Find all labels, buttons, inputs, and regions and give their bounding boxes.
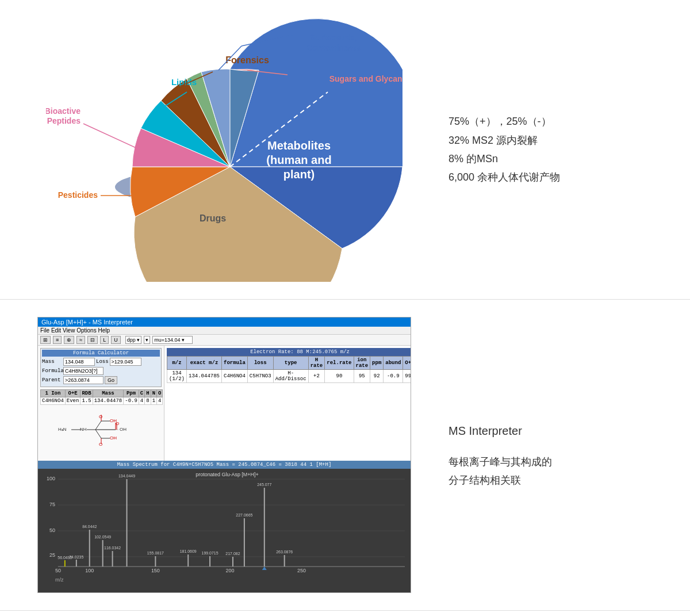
svg-text:O: O	[99, 442, 102, 447]
results-header-row: m/z exact m/z formula loss type H rate r…	[167, 357, 412, 370]
rd-ion: 95	[354, 370, 370, 383]
ion-n: 1	[151, 397, 156, 405]
rh-type: type	[273, 357, 308, 370]
ion-mass: 134.04478	[93, 397, 124, 405]
rh-mz: m/z	[167, 357, 187, 370]
toolbar-btn-3[interactable]: ⊕	[64, 336, 74, 344]
stat-1: 75%（+），25%（-）	[448, 112, 644, 131]
svg-text:(human and: (human and	[266, 154, 331, 166]
svg-text:Drugs: Drugs	[200, 213, 226, 223]
svg-text:263.0876: 263.0876	[276, 550, 293, 554]
parent-btn[interactable]: Go	[105, 376, 117, 384]
rh-loss: loss	[247, 357, 273, 370]
ms-interpreter-window[interactable]: Glu-Asp [M+H]+ - MS Interpreter File Edi…	[37, 317, 411, 593]
ms-menubar[interactable]: File Edit View Options Help	[38, 327, 411, 335]
svg-marker-82	[262, 567, 267, 570]
rd-h: +2	[308, 370, 325, 383]
rd-ion2: 92	[370, 370, 384, 383]
pie-container: Metabolites (human and plant) Drugs Pest…	[46, 17, 402, 282]
rh-h: H rate	[308, 357, 325, 370]
col-h: H	[145, 390, 151, 397]
svg-text:200: 200	[225, 568, 234, 573]
svg-text:Forensics: Forensics	[225, 55, 269, 65]
ms-toolbar[interactable]: ⊞ ≡ ⊕ ≈ ⊟ L U dpp ▾ ▾ mu=134.04 ▾	[38, 335, 411, 346]
ion-table: 1 Ion O+E RDB Mass Ppm C H N O C4H6NO4	[40, 389, 163, 405]
formula-calculator: Formula Calculator Mass Loss Formula	[40, 348, 162, 387]
spectrum-title-text: Mass Spectrum for C4H9N+C5H7NO5 Mass = 2…	[117, 462, 332, 468]
toolbar-btn-6[interactable]: L	[100, 336, 109, 344]
svg-text:Peptides: Peptides	[47, 116, 81, 125]
parent-input[interactable]	[63, 376, 103, 384]
ion-formula: C4H6NO4	[41, 397, 66, 405]
svg-text:100: 100	[85, 568, 94, 573]
section-2-description: MS Interpreter 每根离子峰与其构成的 分子结构相关联	[425, 317, 667, 593]
ms-menu-text[interactable]: File Edit View Options Help	[40, 327, 110, 334]
dpp-selector[interactable]: dpp ▾	[125, 336, 142, 344]
loss-input[interactable]	[110, 358, 141, 366]
rd-rel: 90	[325, 370, 354, 383]
col-oe: O+E	[65, 390, 80, 397]
formula-label: Formula	[42, 368, 62, 374]
parent-row: Parent Go	[42, 376, 160, 384]
toolbar-btn-2[interactable]: ≡	[53, 336, 62, 344]
toolbar-btn-4[interactable]: ≈	[76, 336, 85, 344]
svg-text:155.0817: 155.0817	[147, 551, 164, 555]
mz-input[interactable]: mu=134.04 ▾	[152, 336, 193, 344]
svg-text:102.0549: 102.0549	[94, 535, 111, 539]
col-rdb: RDB	[80, 390, 93, 397]
ion-rdb: 1.5	[80, 397, 93, 405]
toolbar-btn-7[interactable]: U	[111, 336, 121, 344]
svg-line-8	[83, 124, 140, 150]
rd-loss: C5H7NO3	[247, 370, 273, 383]
svg-text:199.0715: 199.0715	[202, 551, 218, 555]
svg-text:84.0442: 84.0442	[82, 525, 97, 529]
formula-input[interactable]	[63, 367, 103, 375]
svg-text:Contaminants: Contaminants	[306, 43, 361, 52]
rh-abund: abund	[384, 357, 403, 370]
rd-exact: 134.044785	[187, 370, 222, 383]
ms-desc-line2: 分子结构相关联	[448, 471, 644, 489]
toolbar-btn-5[interactable]: ⊟	[87, 336, 98, 344]
rh-ppm: ppm	[370, 357, 384, 370]
svg-text:Bioactive: Bioactive	[46, 106, 80, 116]
svg-text:250: 250	[297, 568, 306, 573]
svg-text:217.082: 217.082	[225, 552, 240, 556]
pie-chart-svg: Metabolites (human and plant) Drugs Pest…	[46, 17, 402, 282]
ms-titlebar: Glu-Asp [M+H]+ - MS Interpreter	[38, 317, 411, 327]
svg-text:protonated Glu-Asp [M+H]+: protonated Glu-Asp [M+H]+	[195, 472, 259, 477]
section-2: Glu-Asp [M+H]+ - MS Interpreter File Edi…	[0, 300, 690, 611]
rh-formula: formula	[222, 357, 248, 370]
svg-text:Sugars and Glycans: Sugars and Glycans	[329, 74, 402, 83]
svg-text:OH: OH	[120, 427, 126, 432]
ion-o: 4	[157, 397, 163, 405]
col-mass: Mass	[93, 390, 124, 397]
ion-ppm: -0.9	[124, 397, 139, 405]
svg-text:H₂N: H₂N	[58, 427, 67, 432]
svg-line-25	[95, 421, 101, 430]
rd-type: H-Add/Dissoc	[273, 370, 308, 383]
mass-input[interactable]	[63, 358, 95, 366]
ms-app-area[interactable]: Glu-Asp [M+H]+ - MS Interpreter File Edi…	[23, 317, 425, 593]
ms-main-area: Formula Calculator Mass Loss Formula	[38, 346, 411, 461]
structure-svg: H₂N NH OH O	[55, 407, 147, 450]
svg-text:plant): plant)	[283, 168, 315, 181]
toolbar-btn-1[interactable]: ⊞	[40, 336, 51, 344]
rd-formula: C4H6NO4	[222, 370, 248, 383]
formula-calc-title: Formula Calculator	[42, 350, 160, 357]
molecular-structure: H₂N NH OH O	[40, 405, 162, 451]
stat-4: 6,000 余种人体代谢产物	[448, 168, 644, 186]
rh-rel: rel.rate	[325, 357, 354, 370]
svg-text:75: 75	[49, 502, 55, 507]
xaxis-label: m/z	[38, 577, 411, 584]
parent-label: Parent	[42, 377, 62, 383]
ms-title-text: Glu-Asp [M+H]+ - MS Interpreter	[41, 319, 133, 326]
value-input[interactable]: ▾	[144, 336, 150, 344]
mass-label: Mass	[42, 359, 62, 365]
rd-mz: 134 (1/2)	[167, 370, 187, 383]
svg-text:181.0609: 181.0609	[180, 549, 197, 553]
rh-exact: exact m/z	[187, 357, 222, 370]
rd-ppm: -0.9	[384, 370, 403, 383]
col-n: N	[151, 390, 156, 397]
ms-title-label: MS Interpreter	[448, 420, 644, 441]
col-ion: 1 Ion	[41, 390, 66, 397]
